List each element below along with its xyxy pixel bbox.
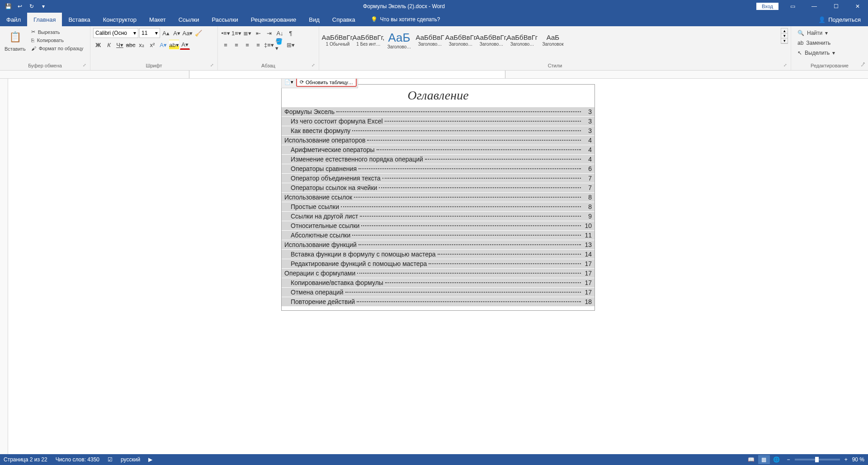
toc-entry[interactable]: Использование функций13 bbox=[282, 240, 594, 249]
replace-button[interactable]: abЗаменить bbox=[795, 39, 833, 47]
print-layout-icon[interactable]: ▦ bbox=[758, 455, 770, 464]
language-indicator[interactable]: русский bbox=[121, 456, 140, 463]
change-case-button[interactable]: Aa▾ bbox=[183, 28, 193, 38]
numbering-button[interactable]: 1≡▾ bbox=[231, 28, 241, 38]
bold-button[interactable]: Ж bbox=[93, 40, 103, 50]
toc-entry[interactable]: Формулы Эксель3 bbox=[282, 107, 594, 116]
tab-mailings[interactable]: Рассылки bbox=[205, 13, 244, 26]
tab-layout[interactable]: Макет bbox=[143, 13, 172, 26]
borders-button[interactable]: ⊞▾ bbox=[286, 40, 296, 50]
grow-font-button[interactable]: A▴ bbox=[161, 28, 171, 38]
toc-entry[interactable]: Копирование/вставка формулы17 bbox=[282, 278, 594, 287]
font-size-select[interactable]: 11▾ bbox=[139, 28, 160, 38]
style-item[interactable]: АаБбВвГг,Заголово… bbox=[476, 29, 506, 52]
toc-entry[interactable]: Из чего состоит формула Excel3 bbox=[282, 117, 594, 126]
tab-insert[interactable]: Вставка bbox=[62, 13, 96, 26]
subscript-button[interactable]: x₂ bbox=[137, 40, 146, 50]
align-right-button[interactable]: ≡ bbox=[242, 40, 252, 50]
tab-help[interactable]: Справка bbox=[326, 13, 362, 26]
toc-entry[interactable]: Операции с формулами17 bbox=[282, 269, 594, 278]
tab-references[interactable]: Ссылки bbox=[172, 13, 206, 26]
save-icon[interactable]: 💾 bbox=[4, 2, 13, 11]
zoom-out-button[interactable]: − bbox=[787, 456, 790, 463]
page-indicator[interactable]: Страница 2 из 22 bbox=[4, 456, 47, 463]
toc-entry[interactable]: Редактирование функций с помощью мастера… bbox=[282, 259, 594, 268]
style-item[interactable]: АаБбВвГгЗаголово… bbox=[446, 29, 476, 52]
show-marks-button[interactable]: ¶ bbox=[286, 28, 296, 38]
shrink-font-button[interactable]: A▾ bbox=[172, 28, 182, 38]
underline-button[interactable]: Ч▾ bbox=[115, 40, 125, 50]
toc-entry[interactable]: Операторы ссылок на ячейки7 bbox=[282, 183, 594, 192]
login-button[interactable]: Вход bbox=[756, 3, 778, 10]
undo-icon[interactable]: ↩ bbox=[15, 2, 24, 11]
zoom-level[interactable]: 90 % bbox=[852, 456, 864, 463]
tab-home[interactable]: Главная bbox=[27, 13, 62, 26]
sort-button[interactable]: A↓ bbox=[275, 28, 285, 38]
text-effects-button[interactable]: A▾ bbox=[158, 40, 168, 50]
spellcheck-icon[interactable]: ☑ bbox=[108, 456, 113, 463]
qa-dropdown-icon[interactable]: ▾ bbox=[39, 2, 48, 11]
horizontal-ruler[interactable] bbox=[0, 71, 868, 79]
expand-icon[interactable]: ▾ bbox=[781, 38, 788, 43]
tell-me-search[interactable]: 💡 Что вы хотите сделать? bbox=[371, 13, 440, 26]
web-layout-icon[interactable]: 🌐 bbox=[771, 455, 783, 464]
superscript-button[interactable]: x² bbox=[147, 40, 157, 50]
document-area[interactable]: 📄▾ ⟳ Обновить таблицу… Оглавление Формул… bbox=[8, 79, 868, 454]
toc-entry[interactable]: Как ввести формулу3 bbox=[282, 126, 594, 135]
minimize-icon[interactable]: — bbox=[804, 0, 825, 13]
update-toc-button[interactable]: ⟳ Обновить таблицу… bbox=[296, 79, 357, 87]
vertical-ruler[interactable] bbox=[0, 79, 8, 454]
style-item[interactable]: АаБбВвГЗаголово… bbox=[415, 29, 445, 52]
styles-gallery[interactable]: АаБбВвГг,1 ОбычныйАаБбВвГг,1 Без инт…АаБ… bbox=[322, 28, 779, 52]
toc-entry[interactable]: Изменение естественного порядка операций… bbox=[282, 155, 594, 164]
toc-entry[interactable]: Арифметические операторы4 bbox=[282, 145, 594, 154]
style-item[interactable]: АаБбВвГг,1 Обычный bbox=[323, 29, 353, 52]
format-painter-button[interactable]: 🖌Формат по образцу bbox=[29, 45, 85, 52]
word-count[interactable]: Число слов: 4350 bbox=[56, 456, 99, 463]
copy-button[interactable]: ⎘Копировать bbox=[29, 37, 85, 44]
maximize-icon[interactable]: ☐ bbox=[826, 0, 846, 13]
up-icon[interactable]: ▴ bbox=[781, 28, 788, 33]
paste-button[interactable]: 📋 Вставить bbox=[3, 28, 28, 53]
select-button[interactable]: ↖Выделить▾ bbox=[795, 49, 838, 57]
multilevel-button[interactable]: ≣▾ bbox=[242, 28, 252, 38]
read-mode-icon[interactable]: 📖 bbox=[745, 455, 757, 464]
highlight-button[interactable]: ab▾ bbox=[169, 40, 179, 50]
align-center-button[interactable]: ≡ bbox=[231, 40, 241, 50]
font-name-select[interactable]: Calibri (Осно▾ bbox=[93, 28, 138, 38]
tab-view[interactable]: Вид bbox=[302, 13, 326, 26]
collapse-ribbon-button[interactable]: ˄ bbox=[863, 62, 865, 68]
bullets-button[interactable]: •≡▾ bbox=[221, 28, 231, 38]
toc-entry[interactable]: Отмена операций17 bbox=[282, 288, 594, 297]
style-item[interactable]: АаБбВвГгЗаголово… bbox=[507, 29, 537, 52]
share-button[interactable]: 👤 Поделиться bbox=[811, 13, 868, 26]
style-item[interactable]: АаБбВвГг,1 Без инт… bbox=[354, 29, 383, 52]
down-icon[interactable]: ▾ bbox=[781, 33, 788, 38]
tab-file[interactable]: Файл bbox=[0, 13, 27, 26]
close-icon[interactable]: ✕ bbox=[847, 0, 868, 13]
toc-entry[interactable]: Относительные ссылки10 bbox=[282, 221, 594, 230]
ribbon-display-icon[interactable]: ▭ bbox=[782, 0, 803, 13]
toc-entry[interactable]: Использование ссылок8 bbox=[282, 193, 594, 202]
clear-format-button[interactable]: 🧹 bbox=[193, 28, 203, 38]
justify-button[interactable]: ≡ bbox=[253, 40, 263, 50]
line-spacing-button[interactable]: ‡≡▾ bbox=[264, 40, 274, 50]
italic-button[interactable]: К bbox=[104, 40, 114, 50]
toc-entry[interactable]: Повторение действий18 bbox=[282, 297, 594, 306]
zoom-slider[interactable] bbox=[795, 459, 840, 460]
toc-entry[interactable]: Ссылки на другой лист9 bbox=[282, 212, 594, 221]
styles-scroll[interactable]: ▴▾▾ bbox=[781, 28, 788, 44]
shading-button[interactable]: 🪣▾ bbox=[275, 40, 285, 50]
increase-indent-button[interactable]: ⇥ bbox=[264, 28, 274, 38]
toc-options-icon[interactable]: 📄▾ bbox=[283, 79, 295, 86]
toc-entry[interactable]: Простые ссылки8 bbox=[282, 202, 594, 211]
cut-button[interactable]: ✂Вырезать bbox=[29, 28, 85, 36]
tab-review[interactable]: Рецензирование bbox=[245, 13, 302, 26]
font-color-button[interactable]: A▾ bbox=[180, 40, 190, 50]
decrease-indent-button[interactable]: ⇤ bbox=[253, 28, 263, 38]
align-left-button[interactable]: ≡ bbox=[221, 40, 231, 50]
zoom-in-button[interactable]: + bbox=[844, 456, 848, 463]
toc-entry[interactable]: Вставка функции в формулу с помощью маст… bbox=[282, 250, 594, 259]
toc-entry[interactable]: Использование операторов4 bbox=[282, 136, 594, 145]
toc-entry[interactable]: Оператор объединения текста7 bbox=[282, 174, 594, 183]
